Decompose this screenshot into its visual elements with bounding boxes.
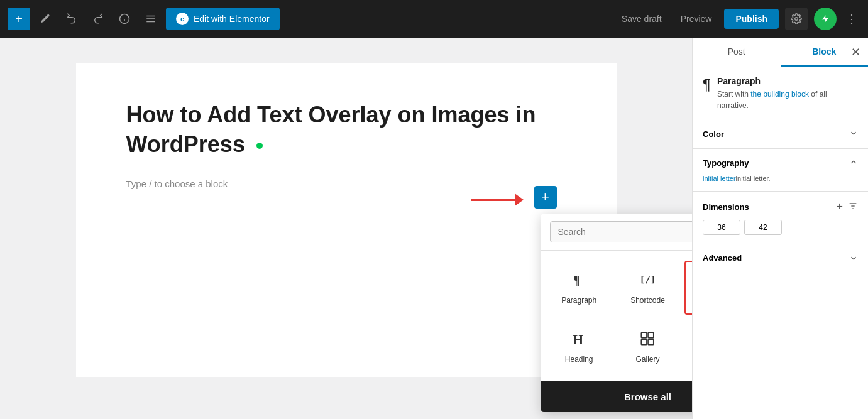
info-button[interactable] — [113, 8, 136, 30]
blocks-grid: ¶ Paragraph [/] Shortcode — [541, 251, 693, 381]
paragraph-block-name: Paragraph — [717, 76, 858, 86]
svg-rect-13 — [642, 332, 647, 338]
paragraph-block-info: ¶ Paragraph Start with the building bloc… — [693, 67, 868, 120]
arrow-head — [515, 193, 524, 206]
editor-area[interactable]: How to Add Text Overlay on Images in Wor… — [0, 38, 692, 419]
svg-rect-14 — [649, 332, 654, 338]
post-title[interactable]: How to Add Text Overlay on Images in Wor… — [126, 101, 566, 160]
block-item-image[interactable]: Image — [684, 261, 692, 315]
redo-button[interactable] — [87, 8, 109, 30]
toolbar-right: Save draft Preview Publish ⋮ — [615, 8, 860, 30]
block-placeholder[interactable]: Type / to choose a block — [126, 178, 566, 189]
arrow-line — [471, 199, 515, 201]
edit-with-elementor-button[interactable]: e Edit with Elementor — [166, 8, 280, 30]
block-inserter-popup: ¶ Paragraph [/] Shortcode — [541, 214, 693, 412]
tab-post[interactable]: Post — [693, 38, 781, 67]
typography-chevron-up — [849, 158, 858, 168]
performance-button[interactable] — [814, 8, 837, 30]
dimensions-header[interactable]: Dimensions + — [703, 200, 858, 214]
advanced-section[interactable]: Advanced — [693, 244, 868, 271]
advanced-label: Advanced — [703, 253, 742, 263]
typography-section: Typography initial letterinitial letter. — [693, 149, 868, 192]
block-item-heading[interactable]: H Heading — [547, 320, 611, 371]
typography-label: Typography — [703, 158, 749, 168]
initial-letter-suffix: initial letter. — [736, 175, 771, 182]
editor-content: How to Add Text Overlay on Images in Wor… — [76, 63, 617, 377]
post-title-text: How to Add Text Overlay on Images in Wor… — [126, 102, 536, 157]
save-draft-button[interactable]: Save draft — [615, 10, 668, 28]
publish-button[interactable]: Publish — [724, 9, 779, 29]
undo-button[interactable] — [60, 8, 83, 30]
block-item-list[interactable]: List — [684, 320, 692, 371]
block-item-shortcode[interactable]: [/] Shortcode — [616, 261, 679, 315]
block-search-row — [541, 214, 693, 251]
dimension-width-input[interactable] — [703, 220, 740, 235]
svg-text:H: H — [573, 332, 583, 347]
svg-rect-15 — [642, 339, 647, 345]
dimensions-label: Dimensions — [703, 202, 749, 212]
shortcode-block-label: Shortcode — [630, 296, 665, 305]
pencil-icon-button[interactable] — [34, 8, 57, 30]
gallery-block-icon — [636, 327, 659, 350]
insert-block-button[interactable]: + — [534, 186, 557, 209]
block-item-paragraph[interactable]: ¶ Paragraph — [547, 261, 611, 315]
initial-letter-text: initial letterinitial letter. — [703, 175, 858, 182]
block-search-input[interactable] — [550, 221, 693, 242]
color-chevron-down — [849, 129, 858, 139]
more-options-button[interactable]: ⋮ — [843, 11, 860, 26]
color-label: Color — [703, 129, 724, 139]
paragraph-block-desc: Start with the building block of all nar… — [717, 89, 858, 111]
dimension-height-input[interactable] — [744, 220, 782, 235]
sidebar-close-button[interactable]: ✕ — [851, 45, 860, 59]
paragraph-block-label: Paragraph — [561, 296, 596, 305]
heading-block-icon: H — [568, 327, 590, 350]
main-layout: How to Add Text Overlay on Images in Wor… — [0, 38, 868, 419]
color-section[interactable]: Color — [693, 120, 868, 149]
add-block-button[interactable]: + — [8, 8, 30, 30]
list-view-button[interactable] — [140, 8, 162, 30]
paragraph-desc-link: the building block — [750, 90, 809, 99]
dimensions-filter-button[interactable] — [848, 201, 858, 214]
paragraph-info-text: Paragraph Start with the building block … — [717, 76, 858, 111]
svg-rect-16 — [649, 339, 654, 345]
dimensions-add-button[interactable]: + — [836, 200, 843, 214]
block-item-gallery[interactable]: Gallery — [616, 320, 679, 371]
sidebar-tabs: Post Block ✕ — [693, 38, 868, 67]
elementor-logo: e — [176, 13, 189, 25]
settings-button[interactable] — [785, 8, 808, 30]
elementor-button-label: Edit with Elementor — [194, 14, 270, 24]
browse-all-button[interactable]: Browse all — [541, 381, 693, 412]
right-sidebar: Post Block ✕ ¶ Paragraph Start with the … — [692, 38, 868, 419]
shortcode-block-icon: [/] — [636, 268, 659, 291]
advanced-chevron — [849, 254, 858, 263]
dimensions-inputs — [703, 220, 858, 235]
initial-letter-link: initial letter — [703, 175, 736, 182]
paragraph-block-icon: ¶ — [568, 268, 590, 291]
dimensions-section: Dimensions + — [693, 192, 868, 244]
preview-button[interactable]: Preview — [674, 10, 718, 28]
toolbar-left: + e — [8, 8, 610, 30]
gallery-block-label: Gallery — [635, 355, 659, 364]
red-arrow-indicator — [471, 193, 524, 206]
green-status-dot — [256, 143, 263, 149]
main-toolbar: + e — [0, 0, 868, 38]
svg-text:¶: ¶ — [574, 273, 580, 287]
heading-block-label: Heading — [565, 355, 593, 364]
paragraph-desc-part1: Start with — [717, 90, 750, 99]
typography-header[interactable]: Typography — [703, 158, 858, 168]
paragraph-sidebar-icon: ¶ — [703, 76, 711, 94]
svg-point-6 — [795, 18, 798, 21]
